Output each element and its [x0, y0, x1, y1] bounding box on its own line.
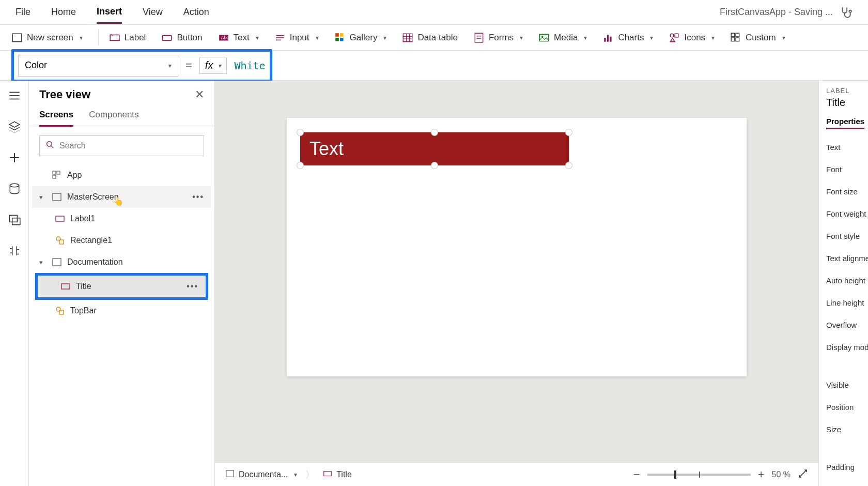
tree-view-icon[interactable]: [8, 120, 21, 133]
prop-text[interactable]: Text: [826, 143, 861, 151]
formula-value[interactable]: White: [234, 59, 265, 72]
resize-handle[interactable]: [431, 129, 438, 136]
fit-screen-icon[interactable]: [798, 468, 808, 481]
tab-components[interactable]: Components: [89, 110, 138, 127]
charts-button[interactable]: Charts▾: [602, 32, 653, 43]
prop-size[interactable]: Size: [826, 425, 861, 434]
label-icon: [55, 214, 65, 224]
tree-item-label: Title: [76, 282, 91, 291]
custom-button[interactable]: Custom▾: [730, 32, 785, 43]
canvas[interactable]: Text Documenta... ▾ 〉 Title −: [215, 81, 818, 486]
prop-display-mode[interactable]: Display mod: [826, 343, 861, 352]
label-icon: [323, 469, 332, 480]
advanced-tools-icon[interactable]: [8, 244, 21, 257]
chevron-down-icon[interactable]: ▾: [39, 259, 47, 266]
chevron-down-icon[interactable]: ▾: [294, 471, 297, 478]
tree-item-app[interactable]: App: [32, 164, 211, 186]
text-icon: Abc: [218, 32, 229, 43]
close-icon[interactable]: ✕: [195, 88, 204, 101]
tree-item-rectangle1[interactable]: Rectangle1: [32, 230, 211, 251]
more-icon[interactable]: •••: [192, 192, 204, 202]
new-screen-button[interactable]: New screen▾: [11, 32, 83, 43]
text-button[interactable]: Abc Text▾: [218, 32, 259, 43]
menu-home[interactable]: Home: [51, 2, 76, 23]
menu-action[interactable]: Action: [183, 2, 209, 23]
tree-item-title[interactable]: Title •••: [38, 276, 206, 297]
title-label-control[interactable]: Text: [300, 132, 569, 165]
menu-view[interactable]: View: [143, 2, 163, 23]
data-icon[interactable]: [8, 182, 21, 195]
tab-screens[interactable]: Screens: [39, 110, 73, 127]
shape-icon: [55, 306, 65, 316]
resize-handle[interactable]: [297, 129, 304, 136]
forms-button[interactable]: Forms▾: [473, 32, 523, 43]
tree-search[interactable]: [39, 135, 204, 156]
more-icon[interactable]: •••: [187, 282, 198, 291]
properties-panel: LABEL Title Properties Text Font Font si…: [818, 81, 868, 486]
chevron-down-icon[interactable]: ▾: [39, 193, 47, 201]
input-button-label: Input: [290, 33, 309, 43]
screen-icon: [225, 469, 235, 480]
media-pane-icon[interactable]: [8, 213, 21, 226]
prop-font-weight[interactable]: Font weight: [826, 209, 861, 218]
prop-font-size[interactable]: Font size: [826, 187, 861, 196]
zoom-out-button[interactable]: −: [633, 468, 640, 481]
chevron-down-icon: ▾: [218, 62, 221, 69]
prop-visible[interactable]: Visible: [826, 381, 861, 389]
label-button[interactable]: Label: [109, 32, 146, 43]
zoom-in-button[interactable]: +: [758, 468, 765, 481]
tree-item-label: App: [67, 171, 82, 180]
tree-item-topbar[interactable]: TopBar: [32, 300, 211, 322]
insert-ribbon: New screen▾ Label Button Abc Text▾ Input…: [0, 25, 868, 51]
fx-button[interactable]: fx▾: [199, 57, 227, 74]
resize-handle[interactable]: [297, 162, 304, 169]
chevron-down-icon: ▾: [711, 34, 715, 41]
data-table-button[interactable]: Data table: [402, 32, 458, 43]
prop-overflow[interactable]: Overflow: [826, 321, 861, 329]
screen-icon: [52, 192, 62, 202]
resize-handle[interactable]: [431, 162, 438, 169]
app-checker-icon[interactable]: [839, 6, 853, 19]
zoom-slider[interactable]: [647, 474, 751, 476]
resize-handle[interactable]: [565, 162, 572, 169]
formula-bar: Color ▾ = fx▾ White: [0, 51, 868, 81]
label-icon: [109, 32, 120, 43]
svg-rect-3: [163, 35, 172, 40]
prop-position[interactable]: Position: [826, 403, 861, 412]
prop-auto-height[interactable]: Auto height: [826, 276, 861, 285]
prop-font-style[interactable]: Font style: [826, 232, 861, 240]
tree-search-input[interactable]: [59, 141, 197, 150]
screen-preview[interactable]: Text: [287, 118, 747, 376]
media-button[interactable]: Media▾: [538, 32, 587, 43]
zoom-thumb[interactable]: [674, 470, 676, 479]
svg-rect-12: [340, 38, 344, 41]
tree-item-masterscreen[interactable]: ▾ MasterScreen ••• 👆: [32, 186, 211, 208]
svg-rect-27: [675, 34, 679, 37]
prop-text-align[interactable]: Text alignme: [826, 254, 861, 263]
tree-item-label1[interactable]: Label1: [32, 208, 211, 230]
gallery-button[interactable]: Gallery▾: [334, 32, 387, 43]
prop-font[interactable]: Font: [826, 165, 861, 174]
icons-button[interactable]: Icons▾: [669, 32, 715, 43]
insert-pane-icon[interactable]: [8, 151, 21, 164]
button-button[interactable]: Button: [161, 32, 202, 43]
svg-rect-2: [110, 35, 119, 40]
prop-line-height[interactable]: Line height: [826, 298, 861, 307]
chevron-down-icon: ▾: [782, 34, 785, 41]
resize-handle[interactable]: [565, 129, 572, 136]
hamburger-icon[interactable]: [8, 89, 21, 102]
tree-item-documentation[interactable]: ▾ Documentation: [32, 251, 211, 273]
screen-icon: [52, 257, 62, 267]
prop-padding[interactable]: Padding: [826, 463, 861, 472]
property-selected: Color: [25, 60, 47, 71]
svg-rect-25: [610, 36, 612, 41]
label-button-label: Label: [125, 33, 146, 43]
tree-list: App ▾ MasterScreen ••• 👆 Label1 Rectangl…: [29, 164, 214, 322]
tab-properties[interactable]: Properties: [826, 117, 864, 129]
breadcrumb-control[interactable]: Title: [323, 469, 352, 480]
breadcrumb-screen[interactable]: Documenta... ▾: [225, 469, 297, 480]
property-dropdown[interactable]: Color ▾: [18, 55, 178, 77]
menu-insert[interactable]: Insert: [97, 1, 122, 24]
input-button[interactable]: Input▾: [274, 32, 319, 43]
menu-file[interactable]: File: [16, 2, 30, 23]
